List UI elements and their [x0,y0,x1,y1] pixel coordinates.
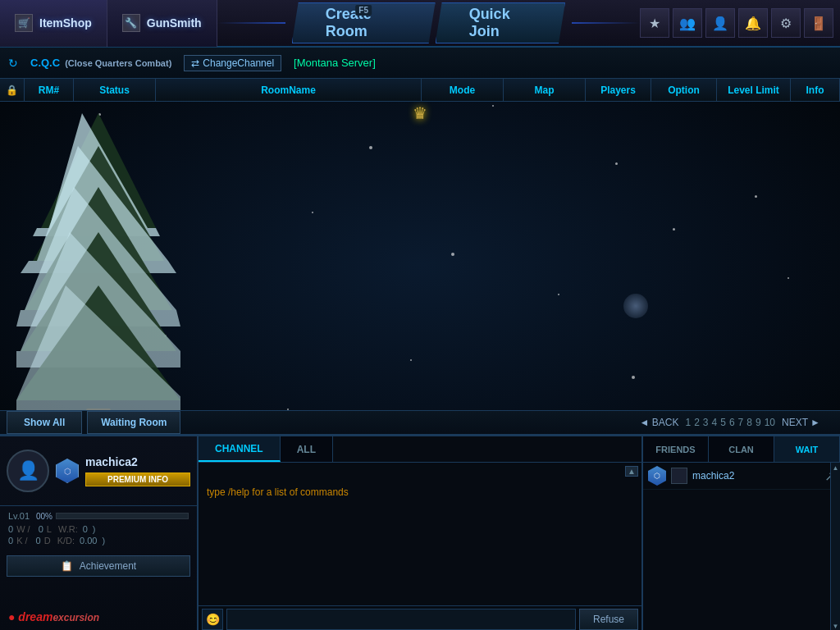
channel-tab-label: CHANNEL [215,443,263,454]
wait-tab[interactable]: WAIT [774,436,840,462]
all-tab-label: ALL [297,444,316,455]
th-players: Players [586,79,651,101]
friends-scrollbar[interactable]: ▲ ▼ [830,463,840,630]
quick-join-label: Quick Join [469,6,532,40]
channel-tab[interactable]: CHANNEL [199,436,281,462]
chat-panel: CHANNEL ALL ▲ type /help for a list of c… [199,436,643,630]
kd-stat-row: 0 K / 0 D K/D: 0.00 ) [8,536,189,546]
page-3[interactable]: 3 [703,417,709,428]
xp-pct: 00% [36,512,52,521]
channel-refresh-button[interactable]: ↻ [8,57,18,70]
chat-messages: ▲ type /help for a list of commands [199,463,641,605]
chat-input-field[interactable] [226,609,576,630]
wr-label: W.R: [58,524,78,534]
refuse-button[interactable]: Refuse [579,609,638,630]
back-button[interactable]: ◄ BACK [637,415,682,430]
achievement-button[interactable]: 📋 Achievement [7,555,190,577]
friend-avatar-1 [671,468,687,484]
k-separator: K / [16,536,27,546]
page-4[interactable]: 4 [712,417,718,428]
chat-scroll-up[interactable]: ▲ [625,466,638,477]
game-mode-short: C.Q.C [30,57,60,69]
th-status: Status [74,79,156,101]
page-9[interactable]: 9 [756,417,761,428]
th-mode: Mode [422,79,504,101]
bottom-area: 👤 ⬡ machica2 PREMIUM INFO Lv.01 00% 0 [0,435,840,630]
item-shop-button[interactable]: 🛒 ItemShop [0,0,107,47]
player-top: 👤 ⬡ machica2 PREMIUM INFO [0,436,197,506]
settings-icon-button[interactable]: ⚙ [771,8,801,38]
server-name-label: [Montana Server] [294,57,376,69]
friends-tabs: FRIENDS CLAN WAIT [643,436,840,463]
page-7[interactable]: 7 [738,417,744,428]
item-shop-icon: 🛒 [15,14,33,32]
page-6[interactable]: 6 [729,417,735,428]
th-lock: 🔒 [0,79,25,101]
friends-scroll-inner: ▲ ▼ [831,463,840,630]
main-area: ♛ ↻ C.Q.C (Close Quarters Combat) ⇄ Chan… [0,48,840,630]
gunsmith-button[interactable]: 🔧 GunSmith [107,0,217,47]
nav-center: F5 Create Room Quick Join [217,2,640,43]
wl-stat-row: 0 W / 0 L W.R: 0 ) [8,524,189,534]
crown-icon: ♛ [413,103,427,123]
clan-tab[interactable]: CLAN [709,436,774,462]
quick-join-button[interactable]: Quick Join [436,2,565,43]
friends-icon-button[interactable]: 👥 [673,8,702,38]
w-separator: W / [16,524,30,534]
player-avatar: 👤 [7,450,49,492]
page-10[interactable]: 10 [765,417,775,428]
th-info: Info [791,79,840,101]
kd-label: K/D: [57,536,75,546]
favorites-icon-button[interactable]: ★ [640,8,669,38]
nav-line-right [572,22,640,24]
page-1[interactable]: 1 [685,417,691,428]
party-icon-button[interactable]: 👤 [705,8,735,38]
xp-bar [56,513,189,519]
friend-row-1[interactable]: ⬡ machica2 ↗ [643,463,840,490]
all-tab[interactable]: ALL [281,436,333,462]
game-mode-full: (Close Quarters Combat) [65,58,171,68]
waiting-room-button[interactable]: Waiting Room [87,411,180,434]
level-stat-row: Lv.01 00% [8,511,189,521]
player-name: machica2 [85,455,190,468]
kd-val: 0.00 [80,536,97,546]
f5-label: F5 [355,5,372,16]
logout-icon-button[interactable]: 🚪 [804,8,833,38]
deaths-val: 0 [36,536,41,546]
next-button[interactable]: NEXT ► [778,415,824,430]
table-header: 🔒 RM# Status RoomName Mode Map Players O… [0,79,840,102]
page-8[interactable]: 8 [746,417,752,428]
chat-input-row: 😊 Refuse [199,605,641,630]
game-mode-label: C.Q.C (Close Quarters Combat) [30,57,171,69]
th-rm: RM# [25,79,74,101]
change-channel-button[interactable]: ⇄ ChangeChannel [184,55,281,71]
th-map: Map [504,79,586,101]
friends-scroll-up[interactable]: ▲ [833,464,839,472]
premium-info-button[interactable]: PREMIUM INFO [85,472,190,486]
th-option: Option [651,79,717,101]
gunsmith-label: GunSmith [147,16,202,30]
d-label: D [44,536,51,546]
item-shop-label: ItemShop [39,16,92,30]
wins-val: 0 [8,524,13,534]
chat-tabs: CHANNEL ALL [199,436,641,463]
page-5[interactable]: 5 [720,417,726,428]
player-panel: 👤 ⬡ machica2 PREMIUM INFO Lv.01 00% 0 [0,436,199,630]
achievement-label: Achievement [80,560,136,572]
friends-scroll-down[interactable]: ▼ [833,623,839,630]
friends-tab[interactable]: FRIENDS [643,436,709,462]
chat-help-message: type /help for a list of commands [207,484,633,499]
page-2[interactable]: 2 [694,417,700,428]
chat-emoji-button[interactable]: 😊 [202,609,223,630]
dream-suffix: excursion [52,612,99,623]
dream-logo: ● dreamexcursion [8,610,99,623]
room-list-area [0,102,840,426]
show-all-button[interactable]: Show All [7,411,82,434]
losses-val: 0 [39,524,43,534]
create-room-button[interactable]: F5 Create Room [292,2,436,43]
nav-right-icons: ★ 👥 👤 🔔 ⚙ 🚪 [640,8,840,38]
friends-panel: FRIENDS CLAN WAIT ⬡ machica2 ↗ [643,436,840,630]
kd-bracket: ) [102,536,105,546]
notifications-icon-button[interactable]: 🔔 [738,8,768,38]
channel-bar: ↻ C.Q.C (Close Quarters Combat) ⇄ Change… [0,48,840,79]
